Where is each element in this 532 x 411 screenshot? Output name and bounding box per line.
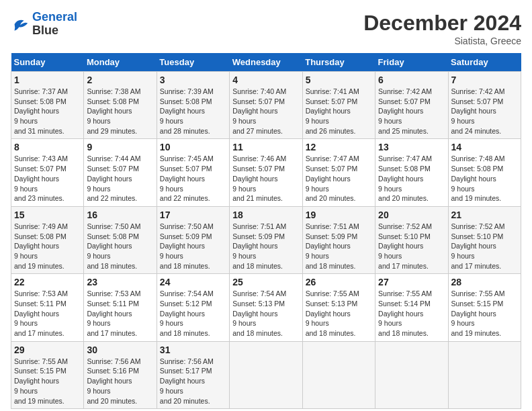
day-info: Sunrise: 7:50 AMSunset: 5:08 PMDaylight … [87,222,153,271]
calendar-cell: 21Sunrise: 7:52 AMSunset: 5:10 PMDayligh… [448,206,521,273]
calendar-table: Sunday Monday Tuesday Wednesday Thursday… [11,53,521,409]
calendar-cell: 11Sunrise: 7:46 AMSunset: 5:07 PMDayligh… [230,139,302,206]
calendar-cell [375,341,448,408]
calendar-cell [302,341,375,408]
calendar-cell: 13Sunrise: 7:47 AMSunset: 5:08 PMDayligh… [375,139,448,206]
col-sunday: Sunday [11,53,84,72]
calendar-cell: 15Sunrise: 7:49 AMSunset: 5:08 PMDayligh… [11,206,84,273]
day-info: Sunrise: 7:38 AMSunset: 5:08 PMDaylight … [87,87,153,136]
day-info: Sunrise: 7:40 AMSunset: 5:07 PMDaylight … [232,87,299,136]
col-friday: Friday [375,53,448,72]
calendar-cell: 1Sunrise: 7:37 AMSunset: 5:08 PMDaylight… [11,72,84,139]
logo-icon [11,15,30,34]
day-number: 21 [451,210,518,220]
day-info: Sunrise: 7:43 AMSunset: 5:07 PMDaylight … [14,154,81,203]
day-info: Sunrise: 7:47 AMSunset: 5:08 PMDaylight … [378,154,445,203]
day-number: 23 [87,277,153,287]
day-info: Sunrise: 7:42 AMSunset: 5:07 PMDaylight … [451,87,518,136]
day-info: Sunrise: 7:52 AMSunset: 5:10 PMDaylight … [451,222,518,271]
day-info: Sunrise: 7:53 AMSunset: 5:11 PMDaylight … [14,289,81,338]
day-number: 13 [378,142,445,152]
calendar-cell: 12Sunrise: 7:47 AMSunset: 5:07 PMDayligh… [302,139,375,206]
calendar-cell: 8Sunrise: 7:43 AMSunset: 5:07 PMDaylight… [11,139,84,206]
day-number: 18 [232,210,299,220]
calendar-cell: 30Sunrise: 7:56 AMSunset: 5:16 PMDayligh… [84,341,157,408]
page-header: GeneralBlue December 2024 Siatista, Gree… [11,11,521,46]
day-info: Sunrise: 7:54 AMSunset: 5:12 PMDaylight … [160,289,226,338]
day-info: Sunrise: 7:47 AMSunset: 5:07 PMDaylight … [306,154,372,203]
day-info: Sunrise: 7:48 AMSunset: 5:08 PMDaylight … [451,154,518,203]
day-number: 1 [14,75,81,85]
day-number: 31 [160,345,226,355]
calendar-cell: 31Sunrise: 7:56 AMSunset: 5:17 PMDayligh… [157,341,229,408]
day-number: 16 [87,210,153,220]
col-thursday: Thursday [302,53,375,72]
calendar-cell: 18Sunrise: 7:51 AMSunset: 5:09 PMDayligh… [230,206,302,273]
calendar-cell: 26Sunrise: 7:55 AMSunset: 5:13 PMDayligh… [302,274,375,341]
day-number: 2 [87,75,153,85]
calendar-cell [448,341,521,408]
day-number: 14 [451,142,518,152]
day-number: 6 [378,75,445,85]
day-number: 30 [87,345,153,355]
calendar-cell: 28Sunrise: 7:55 AMSunset: 5:15 PMDayligh… [448,274,521,341]
calendar-cell: 7Sunrise: 7:42 AMSunset: 5:07 PMDaylight… [448,72,521,139]
calendar-cell: 9Sunrise: 7:44 AMSunset: 5:07 PMDaylight… [84,139,157,206]
calendar-cell: 22Sunrise: 7:53 AMSunset: 5:11 PMDayligh… [11,274,84,341]
day-info: Sunrise: 7:51 AMSunset: 5:09 PMDaylight … [232,222,299,271]
calendar-cell: 10Sunrise: 7:45 AMSunset: 5:07 PMDayligh… [157,139,229,206]
day-number: 7 [451,75,518,85]
day-number: 9 [87,142,153,152]
calendar-cell: 17Sunrise: 7:50 AMSunset: 5:09 PMDayligh… [157,206,229,273]
day-info: Sunrise: 7:50 AMSunset: 5:09 PMDaylight … [160,222,226,271]
calendar-week-row: 8Sunrise: 7:43 AMSunset: 5:07 PMDaylight… [11,139,521,206]
day-number: 10 [160,142,226,152]
day-info: Sunrise: 7:42 AMSunset: 5:07 PMDaylight … [378,87,445,136]
day-number: 24 [160,277,226,287]
day-info: Sunrise: 7:49 AMSunset: 5:08 PMDaylight … [14,222,81,271]
calendar-cell: 6Sunrise: 7:42 AMSunset: 5:07 PMDaylight… [375,72,448,139]
day-number: 28 [451,277,518,287]
day-info: Sunrise: 7:46 AMSunset: 5:07 PMDaylight … [232,154,299,203]
day-number: 17 [160,210,226,220]
day-number: 4 [232,75,299,85]
day-info: Sunrise: 7:55 AMSunset: 5:15 PMDaylight … [14,357,81,406]
calendar-cell: 3Sunrise: 7:39 AMSunset: 5:08 PMDaylight… [157,72,229,139]
day-info: Sunrise: 7:41 AMSunset: 5:07 PMDaylight … [306,87,372,136]
calendar-cell [230,341,302,408]
day-info: Sunrise: 7:53 AMSunset: 5:11 PMDaylight … [87,289,153,338]
day-info: Sunrise: 7:56 AMSunset: 5:17 PMDaylight … [160,357,226,406]
calendar-cell: 29Sunrise: 7:55 AMSunset: 5:15 PMDayligh… [11,341,84,408]
col-tuesday: Tuesday [157,53,229,72]
calendar-cell: 19Sunrise: 7:51 AMSunset: 5:09 PMDayligh… [302,206,375,273]
calendar-cell: 5Sunrise: 7:41 AMSunset: 5:07 PMDaylight… [302,72,375,139]
day-number: 20 [378,210,445,220]
calendar-week-row: 29Sunrise: 7:55 AMSunset: 5:15 PMDayligh… [11,341,521,408]
day-info: Sunrise: 7:51 AMSunset: 5:09 PMDaylight … [306,222,372,271]
title-block: December 2024 Siatista, Greece [363,11,521,46]
calendar-cell: 2Sunrise: 7:38 AMSunset: 5:08 PMDaylight… [84,72,157,139]
day-info: Sunrise: 7:37 AMSunset: 5:08 PMDaylight … [14,87,81,136]
day-number: 8 [14,142,81,152]
day-number: 11 [232,142,299,152]
day-number: 5 [306,75,372,85]
day-info: Sunrise: 7:45 AMSunset: 5:07 PMDaylight … [160,154,226,203]
day-info: Sunrise: 7:39 AMSunset: 5:08 PMDaylight … [160,87,226,136]
day-info: Sunrise: 7:55 AMSunset: 5:13 PMDaylight … [306,289,372,338]
calendar-week-row: 1Sunrise: 7:37 AMSunset: 5:08 PMDaylight… [11,72,521,139]
day-number: 25 [232,277,299,287]
calendar-header-row: Sunday Monday Tuesday Wednesday Thursday… [11,53,521,72]
calendar-week-row: 15Sunrise: 7:49 AMSunset: 5:08 PMDayligh… [11,206,521,273]
day-number: 15 [14,210,81,220]
day-info: Sunrise: 7:55 AMSunset: 5:14 PMDaylight … [378,289,445,338]
calendar-cell: 25Sunrise: 7:54 AMSunset: 5:13 PMDayligh… [230,274,302,341]
day-info: Sunrise: 7:52 AMSunset: 5:10 PMDaylight … [378,222,445,271]
col-monday: Monday [84,53,157,72]
location-text: Siatista, Greece [363,36,521,46]
day-number: 12 [306,142,372,152]
logo: GeneralBlue [11,11,77,38]
day-number: 22 [14,277,81,287]
col-saturday: Saturday [448,53,521,72]
col-wednesday: Wednesday [230,53,302,72]
day-info: Sunrise: 7:54 AMSunset: 5:13 PMDaylight … [232,289,299,338]
